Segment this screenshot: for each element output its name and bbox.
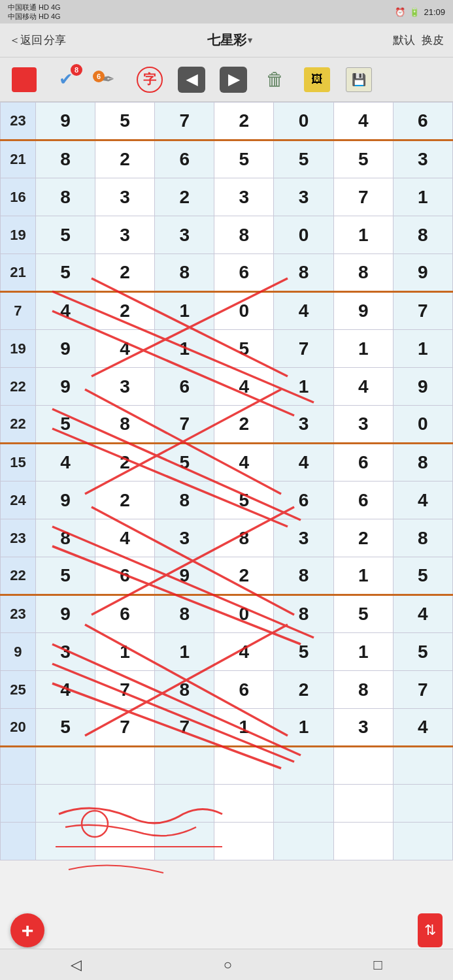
sum-cell: 23 — [1, 519, 36, 557]
data-cell: 8 — [274, 254, 333, 292]
char-tool[interactable]: 字 — [131, 61, 169, 98]
add-button[interactable]: + — [10, 913, 44, 947]
data-cell: 4 — [274, 444, 333, 482]
carrier-info: 中国联通 HD 4G 中国移动 HD 4G — [8, 3, 61, 22]
data-cell: 2 — [95, 292, 155, 330]
color-red-tool[interactable] — [5, 61, 43, 98]
share-button[interactable]: 分享 — [44, 33, 66, 48]
data-cell: 7 — [393, 671, 452, 709]
data-cell: 9 — [35, 595, 95, 633]
table-row: 168323371 — [1, 178, 453, 216]
data-cell: 9 — [35, 482, 95, 519]
data-cell — [274, 785, 333, 823]
data-cell: 9 — [35, 368, 95, 406]
data-cell: 8 — [214, 216, 274, 254]
sum-cell: 21 — [1, 254, 36, 292]
data-cell: 8 — [333, 254, 393, 292]
arrow-left-tool[interactable]: ◀ — [173, 61, 210, 98]
sum-cell: 7 — [1, 292, 36, 330]
sum-cell: 9 — [1, 633, 36, 671]
badge-8: 8 — [71, 64, 82, 76]
sum-cell: 19 — [1, 216, 36, 254]
data-cell: 1 — [333, 330, 393, 368]
sum-cell: 22 — [1, 406, 36, 444]
save-tool[interactable]: 💾 — [340, 61, 378, 98]
sys-home-button[interactable]: ○ — [224, 956, 232, 973]
toolbar: ✔ 8 ✒ 6 字 ◀ ▶ 🗑 🖼 💾 — [0, 57, 453, 102]
photos-tool[interactable]: 🖼 — [298, 61, 336, 98]
data-cell — [155, 747, 214, 785]
back-button[interactable]: ＜返回 — [9, 33, 42, 48]
data-cell: 6 — [95, 557, 155, 595]
table-row: 205771134 — [1, 709, 453, 747]
data-cell: 4 — [393, 709, 452, 747]
sum-cell: 16 — [1, 178, 36, 216]
arrow-left-icon: ◀ — [178, 67, 205, 93]
data-cell: 7 — [274, 330, 333, 368]
status-bar: 中国联通 HD 4G 中国移动 HD 4G ⏰ 🔋 21:09 — [0, 0, 453, 24]
data-cell: 7 — [393, 292, 452, 330]
data-cell: 8 — [274, 557, 333, 595]
data-cell — [274, 823, 333, 860]
pen-tool[interactable]: ✒ 6 — [89, 61, 127, 98]
sum-cell: 25 — [1, 671, 36, 709]
red-square-icon — [12, 67, 37, 92]
scroll-arrows-button[interactable]: ⇅ — [418, 913, 443, 947]
data-cell: 6 — [333, 482, 393, 519]
data-cell: 6 — [155, 140, 214, 178]
data-cell: 8 — [214, 519, 274, 557]
sys-recent-button[interactable]: □ — [373, 956, 382, 973]
data-cell: 1 — [333, 633, 393, 671]
bottom-toolbar: + ⇅ — [0, 912, 453, 949]
data-cell: 8 — [393, 216, 452, 254]
data-cell: 8 — [393, 444, 452, 482]
data-cell: 1 — [214, 709, 274, 747]
data-cell — [393, 823, 452, 860]
skin-button[interactable]: 换皮 — [422, 33, 444, 48]
data-cell: 5 — [35, 254, 95, 292]
data-cell: 1 — [333, 216, 393, 254]
data-cell — [333, 785, 393, 823]
data-cell: 4 — [274, 292, 333, 330]
data-cell: 9 — [333, 292, 393, 330]
data-cell: 5 — [393, 633, 452, 671]
sum-cell: 21 — [1, 140, 36, 178]
check-tool[interactable]: ✔ 8 — [47, 61, 85, 98]
table-row: 215286889 — [1, 254, 453, 292]
data-cell: 5 — [393, 557, 452, 595]
data-table-container: 2395720462182655531683233711953380182152… — [0, 102, 453, 860]
data-cell: 4 — [35, 292, 95, 330]
arrow-right-icon: ▶ — [220, 67, 247, 93]
data-cell: 5 — [35, 709, 95, 747]
data-cell: 4 — [214, 633, 274, 671]
table-row: 195338018 — [1, 216, 453, 254]
data-cell: 1 — [95, 633, 155, 671]
badge-6: 6 — [93, 71, 105, 82]
data-cell: 2 — [155, 178, 214, 216]
data-cell: 5 — [214, 330, 274, 368]
table-row: 225872330 — [1, 406, 453, 444]
data-cell: 7 — [95, 709, 155, 747]
data-cell — [35, 747, 95, 785]
data-cell: 9 — [155, 557, 214, 595]
data-cell: 4 — [214, 444, 274, 482]
data-cell — [333, 747, 393, 785]
data-cell: 8 — [35, 519, 95, 557]
nav-left[interactable]: ＜返回 分享 — [9, 33, 66, 48]
data-cell: 1 — [393, 178, 452, 216]
data-cell: 7 — [95, 671, 155, 709]
title-chevron-icon[interactable]: ▾ — [248, 35, 252, 45]
data-cell: 9 — [393, 254, 452, 292]
data-cell — [155, 785, 214, 823]
default-button[interactable]: 默认 — [393, 33, 415, 48]
data-cell: 6 — [95, 595, 155, 633]
data-cell: 4 — [333, 103, 393, 140]
data-cell: 8 — [35, 140, 95, 178]
arrow-right-tool[interactable]: ▶ — [214, 61, 252, 98]
sum-cell: 23 — [1, 595, 36, 633]
data-cell — [155, 823, 214, 860]
data-cell: 9 — [393, 368, 452, 406]
data-cell: 1 — [274, 368, 333, 406]
sys-back-button[interactable]: ◁ — [71, 956, 82, 973]
trash-tool[interactable]: 🗑 — [256, 61, 294, 98]
